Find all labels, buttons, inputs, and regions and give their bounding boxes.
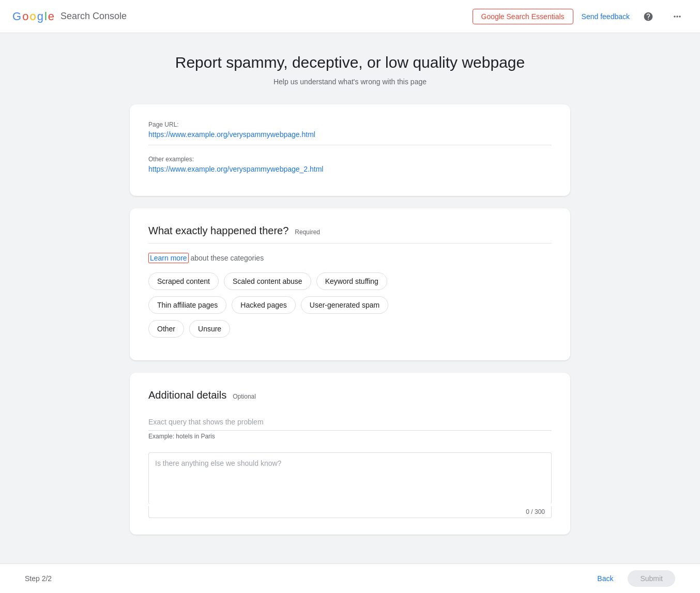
header-left: Google Search Console [12,10,127,23]
page-title: Report spammy, deceptive, or low quality… [130,54,570,71]
char-count: 0 / 300 [526,508,545,515]
chip-other[interactable]: Other [148,320,184,338]
url-card: Page URL: https://www.example.org/verysp… [130,104,570,196]
textarea-footer: 0 / 300 [148,506,552,518]
logo-g: G [12,10,21,23]
learn-more-link[interactable]: Learn more [148,253,189,263]
main-content: Report spammy, deceptive, or low quality… [117,33,583,588]
submit-button[interactable]: Submit [628,570,675,587]
learn-more-suffix: about these categories [189,254,264,262]
header: Google Search Console Google Search Esse… [0,0,700,33]
search-essentials-button[interactable]: Google Search Essentials [473,9,573,24]
chip-thin-affiliate-pages[interactable]: Thin affiliate pages [148,296,226,314]
help-icon [643,11,653,22]
chip-user-generated-spam[interactable]: User-generated spam [301,296,388,314]
chip-unsure[interactable]: Unsure [189,320,230,338]
chips-row-2: Thin affiliate pages Hacked pages User-g… [148,296,552,314]
extra-info-group: 0 / 300 [148,452,552,518]
chip-hacked-pages[interactable]: Hacked pages [232,296,296,314]
chip-scraped-content[interactable]: Scraped content [148,272,219,290]
logo-o1: o [22,10,28,23]
app-title: Search Console [60,11,127,22]
send-feedback-button[interactable]: Send feedback [582,12,630,21]
required-label: Required [295,229,320,236]
other-examples-value: https://www.example.org/veryspammywebpag… [148,165,552,179]
chip-scaled-content-abuse[interactable]: Scaled content abuse [224,272,311,290]
step-label: Step 2/2 [25,574,52,583]
logo-l: l [44,10,47,23]
chip-keyword-stuffing[interactable]: Keyword stuffing [316,272,387,290]
logo-e: e [48,10,54,23]
extra-info-textarea[interactable] [148,452,552,504]
google-logo: Google [12,10,54,23]
footer: Step 2/2 Back Submit [0,564,700,593]
apps-icon-button[interactable] [667,6,688,27]
chips-row-3: Other Unsure [148,320,552,338]
chips-row-1: Scraped content Scaled content abuse Key… [148,272,552,290]
query-hint: Example: hotels in Paris [148,433,552,440]
additional-details-title: Additional details [148,389,226,401]
query-input[interactable] [148,414,552,431]
additional-title-row: Additional details Optional [148,389,552,401]
divider [148,243,552,244]
optional-label: Optional [233,393,256,400]
what-happened-title: What exactly happened there? [148,225,288,237]
learn-more-row: Learn more about these categories [148,254,552,262]
logo-o2: o [29,10,36,23]
page-url-value: https://www.example.org/veryspammywebpag… [148,130,552,145]
apps-icon [672,11,682,22]
help-icon-button[interactable] [638,6,659,27]
logo-g2: g [37,10,43,23]
other-examples-label: Other examples: [148,156,552,163]
additional-details-card: Additional details Optional Example: hot… [130,373,570,535]
footer-actions: Back Submit [589,570,675,587]
query-input-group: Example: hotels in Paris [148,414,552,440]
section-title-row: What exactly happened there? Required [148,225,552,237]
page-url-label: Page URL: [148,121,552,128]
back-button[interactable]: Back [589,570,621,587]
header-right: Google Search Essentials Send feedback [473,6,688,27]
page-subtitle: Help us understand what's wrong with thi… [130,78,570,86]
what-happened-card: What exactly happened there? Required Le… [130,208,570,360]
